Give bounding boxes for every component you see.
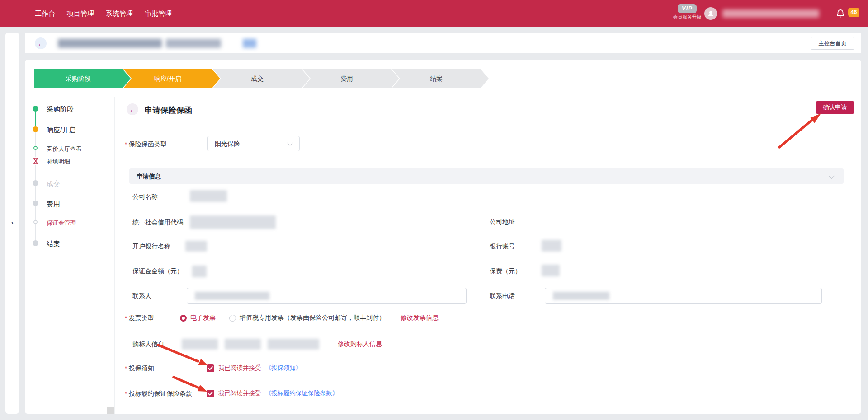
project-tag-redacted xyxy=(243,39,256,48)
dot-orange-icon xyxy=(33,126,38,132)
insurance-notice-label: 投保须知 xyxy=(125,364,154,373)
nav-item-system[interactable]: 系统管理 xyxy=(106,9,133,18)
contact-person-label: 联系人 xyxy=(132,292,151,300)
notice-doc-link[interactable]: 《投保须知》 xyxy=(265,364,302,372)
step-closing: 结案 xyxy=(392,69,489,88)
dot-gray-icon xyxy=(33,240,38,246)
contact-phone-redacted xyxy=(553,292,609,300)
vip-caption: 会员服务升级 xyxy=(669,14,705,20)
vip-icon: VIP xyxy=(678,4,697,13)
ring-gray-icon xyxy=(33,220,38,224)
sidebar-item-procurement[interactable]: 采购阶段 xyxy=(47,105,74,114)
username-redacted xyxy=(722,9,819,18)
sidebar-item-closing[interactable]: 结案 xyxy=(47,240,60,248)
expand-panel-chevron-icon[interactable]: › xyxy=(8,219,16,227)
header-card: ← 主控台首页 xyxy=(25,33,861,53)
premium-label: 保费（元） xyxy=(490,267,521,275)
deposit-amount-label: 保证金金额（元） xyxy=(132,267,183,275)
radio-vat-invoice[interactable] xyxy=(229,315,236,322)
bid-terms-label: 投标履约保证保险条款 xyxy=(125,390,192,398)
edit-buyer-info-link[interactable]: 修改购标人信息 xyxy=(338,340,382,348)
notification-count-badge[interactable]: 46 xyxy=(848,8,859,17)
sidebar-item-response-open[interactable]: 响应/开启 xyxy=(47,126,75,135)
confirm-apply-button[interactable]: 确认申请 xyxy=(816,101,854,114)
header-back-button[interactable]: ← xyxy=(35,37,47,49)
section-title: 申请信息 xyxy=(137,173,161,181)
nav-menu: 工作台 项目管理 系统管理 审批管理 xyxy=(35,0,172,27)
ring-green-icon xyxy=(33,146,38,150)
hourglass-icon xyxy=(32,157,39,165)
form-back-button[interactable]: ← xyxy=(127,103,138,115)
sidebar-item-deal[interactable]: 成交 xyxy=(47,180,60,188)
project-title-redacted xyxy=(58,39,162,48)
vip-upgrade[interactable]: VIP 会员服务升级 xyxy=(669,4,705,20)
contact-phone-label: 联系电话 xyxy=(490,292,515,300)
app-root: 工作台 项目管理 系统管理 审批管理 VIP 会员服务升级 46 › xyxy=(0,0,868,420)
step-response-open: 响应/开启 xyxy=(123,69,220,88)
terms-doc-link[interactable]: 《投标履约保证保险条款》 xyxy=(265,389,339,397)
company-name-label: 公司名称 xyxy=(132,193,158,201)
notification-bell-icon[interactable] xyxy=(835,9,845,19)
buyer-info-label: 购标人信息 xyxy=(132,341,164,349)
sidebar-item-fees[interactable]: 费用 xyxy=(47,200,60,209)
terms-checkbox-checked[interactable] xyxy=(207,390,214,397)
sidebar-item-fill-details[interactable]: 补填明细 xyxy=(47,158,70,166)
checkmark-icon xyxy=(208,366,213,370)
dot-gray-icon xyxy=(33,180,38,186)
console-home-button[interactable]: 主控台首页 xyxy=(811,37,854,50)
contact-phone-input[interactable] xyxy=(545,288,822,304)
edit-invoice-info-link[interactable]: 修改发票信息 xyxy=(401,314,439,322)
chevron-down-icon xyxy=(287,140,293,146)
buyer-name-redacted xyxy=(182,339,218,350)
application-info-section-header[interactable]: 申请信息 xyxy=(129,168,844,184)
buyer-phone-redacted xyxy=(225,339,261,350)
top-nav: 工作台 项目管理 系统管理 审批管理 VIP 会员服务升级 46 xyxy=(0,0,868,27)
checkmark-icon xyxy=(208,392,213,396)
nav-item-approval[interactable]: 审批管理 xyxy=(145,9,172,18)
title-divider xyxy=(115,121,861,121)
insurance-type-label: 保险保函类型 xyxy=(125,140,167,149)
agree-text: 我已阅读并接受 xyxy=(218,364,261,372)
bank-name-redacted xyxy=(185,241,207,252)
insurance-type-value: 阳光保险 xyxy=(215,140,240,148)
invoice-type-label: 发票类型 xyxy=(125,314,154,322)
bank-account-redacted xyxy=(542,240,561,252)
user-avatar[interactable] xyxy=(704,7,717,20)
dot-green-icon xyxy=(33,106,38,112)
company-name-redacted xyxy=(190,190,227,202)
nav-item-workbench[interactable]: 工作台 xyxy=(35,9,55,18)
sidebar-item-deposit-management[interactable]: 保证金管理 xyxy=(47,219,76,227)
buyer-id-redacted xyxy=(268,339,319,350)
collapse-section-chevron-icon[interactable] xyxy=(829,173,835,179)
company-address-label: 公司地址 xyxy=(490,218,515,226)
sidebar-divider xyxy=(114,97,115,414)
premium-redacted xyxy=(542,265,560,276)
radio-electronic-invoice-selected[interactable] xyxy=(180,315,187,322)
step-deal: 成交 xyxy=(213,69,310,88)
page-title: 申请保险保函 xyxy=(145,105,192,116)
credit-code-redacted xyxy=(190,215,276,229)
project-title-redacted xyxy=(166,39,221,48)
radio-electronic-invoice-label[interactable]: 电子发票 xyxy=(190,314,216,322)
radio-vat-invoice-label[interactable]: 增值税专用发票（发票由保险公司邮寄，顺丰到付） xyxy=(240,314,385,322)
bank-name-label: 开户银行名称 xyxy=(132,243,170,251)
insurance-type-select[interactable]: 阳光保险 xyxy=(207,136,300,151)
buyer-info-values: 修改购标人信息 xyxy=(182,339,382,350)
contact-person-input[interactable] xyxy=(187,288,467,304)
bank-account-label: 银行账号 xyxy=(490,243,515,251)
step-procurement: 采购阶段 xyxy=(34,69,131,88)
invoice-type-options: 电子发票 增值税专用发票（发票由保险公司邮寄，顺丰到付） 修改发票信息 xyxy=(180,314,439,322)
dot-gray-icon xyxy=(33,201,38,206)
credit-code-label: 统一社会信用代码 xyxy=(132,219,183,227)
notice-checkbox-checked[interactable] xyxy=(207,364,214,372)
step-fees: 费用 xyxy=(302,69,399,88)
collapsed-side-strip: › xyxy=(5,33,19,414)
scrollbar-thumb[interactable] xyxy=(107,407,114,414)
insurance-notice-agreement: 我已阅读并接受 《投保须知》 xyxy=(207,364,302,372)
bid-terms-agreement: 我已阅读并接受 《投标履约保证保险条款》 xyxy=(207,389,339,397)
sidebar-item-bidding-hall[interactable]: 竞价大厅查看 xyxy=(47,145,82,153)
agree-text: 我已阅读并接受 xyxy=(218,389,261,397)
nav-item-projects[interactable]: 项目管理 xyxy=(67,9,94,18)
contact-person-redacted xyxy=(195,292,269,300)
person-icon xyxy=(707,10,714,17)
